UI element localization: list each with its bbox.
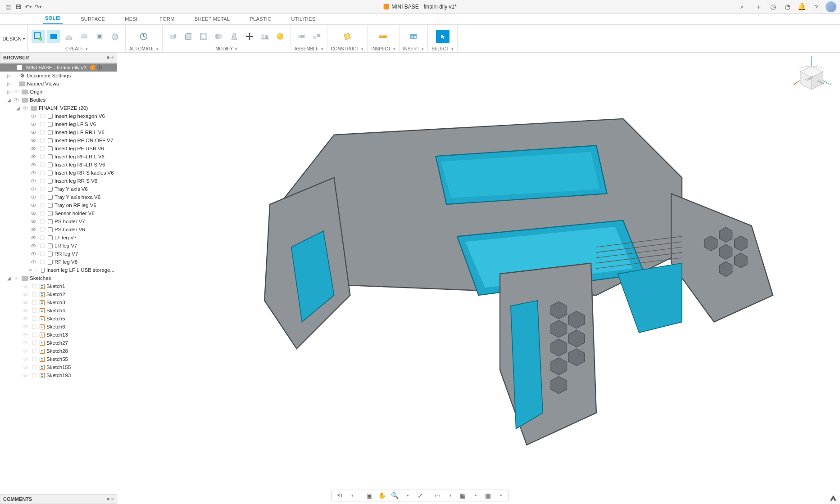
measure-icon[interactable]: [377, 30, 390, 43]
fillet-icon[interactable]: [182, 30, 195, 43]
tree-body-item[interactable]: Insert leg LF L USB storage...: [0, 266, 117, 274]
new-sketch-icon[interactable]: +: [32, 30, 45, 43]
insert-icon[interactable]: [407, 30, 420, 43]
tree-body-item[interactable]: Insert leg LF-RR L V6: [0, 128, 117, 136]
selectable-icon[interactable]: [31, 283, 37, 289]
tree-root[interactable]: ◢ MINI BASE - finalni dily v1 !: [0, 63, 117, 72]
visibility-icon[interactable]: [22, 315, 28, 322]
notifications-icon[interactable]: 🔔: [797, 2, 807, 12]
orbit-icon[interactable]: ⟲: [336, 491, 344, 500]
visibility-icon[interactable]: [22, 372, 28, 378]
look-at-icon[interactable]: ▣: [366, 491, 374, 500]
shell-icon[interactable]: [197, 30, 210, 43]
new-component-icon[interactable]: [47, 30, 60, 43]
tree-origin[interactable]: ▷Origin: [0, 88, 117, 96]
selectable-icon[interactable]: [39, 153, 45, 160]
undo-icon[interactable]: ↶▾: [23, 2, 32, 11]
selectable-icon[interactable]: [39, 218, 45, 225]
tree-named-views[interactable]: ▷Named Views: [0, 80, 117, 88]
selectable-icon[interactable]: [39, 121, 45, 127]
visibility-icon[interactable]: [30, 170, 36, 176]
tree-bodies-group[interactable]: ◢FINALNI VERZE (20): [0, 104, 117, 112]
selectable-icon[interactable]: [31, 340, 37, 346]
zoom-icon[interactable]: 🔍: [391, 491, 399, 500]
visibility-icon[interactable]: [30, 186, 36, 192]
canvas-3d-viewport[interactable]: [144, 71, 813, 477]
visibility-icon[interactable]: [30, 194, 36, 200]
extrude-icon[interactable]: [62, 30, 76, 43]
selectable-icon[interactable]: [39, 137, 45, 144]
tab-sheet-metal[interactable]: SHEET METAL: [193, 14, 232, 24]
tree-body-item[interactable]: RF leg V8: [0, 258, 117, 266]
visibility-icon[interactable]: [22, 356, 28, 362]
selectable-icon[interactable]: [31, 291, 37, 297]
create-label[interactable]: CREATE: [65, 46, 88, 51]
selectable-icon[interactable]: [39, 234, 45, 241]
tree-body-item[interactable]: Insert leg RF ON-OFF V7: [0, 136, 117, 144]
box-icon[interactable]: [108, 30, 122, 43]
selectable-icon[interactable]: [39, 113, 45, 119]
grid-options-icon[interactable]: [472, 491, 480, 500]
tree-sketch-item[interactable]: Sketch6: [0, 323, 117, 331]
tree-body-item[interactable]: Tray on RF leg V6: [0, 201, 117, 209]
tree-sketch-item[interactable]: Sketch28: [0, 347, 117, 355]
tree-sketch-item[interactable]: Sketch5: [0, 315, 117, 323]
as-built-joint-icon[interactable]: [310, 30, 323, 43]
revolve-icon[interactable]: [77, 30, 91, 43]
tab-surface[interactable]: SURFACE: [79, 14, 107, 24]
construct-plane-icon[interactable]: [341, 30, 354, 43]
visibility-icon[interactable]: [30, 121, 36, 127]
fit-icon[interactable]: ⤢: [416, 491, 424, 500]
zoom-options-icon[interactable]: [404, 491, 412, 500]
tree-body-item[interactable]: PS holder V7: [0, 217, 117, 225]
selectable-icon[interactable]: [31, 299, 37, 306]
visibility-icon[interactable]: [22, 291, 28, 297]
tree-body-item[interactable]: RR leg V7: [0, 250, 117, 258]
tree-sketch-item[interactable]: Sketch3: [0, 298, 117, 306]
grid-icon[interactable]: ▦: [459, 491, 467, 500]
inspect-label[interactable]: INSPECT: [371, 46, 395, 51]
visibility-icon[interactable]: [22, 340, 28, 346]
visibility-icon[interactable]: [13, 275, 19, 281]
save-icon[interactable]: 🖫: [14, 2, 23, 11]
modify-label[interactable]: MODIFY: [215, 46, 237, 51]
tree-sketch-item[interactable]: Sketch55: [0, 355, 117, 363]
tree-body-item[interactable]: Tray Y axis hexa V6: [0, 193, 117, 201]
display-settings-icon[interactable]: ▭: [434, 491, 442, 500]
tree-sketch-item[interactable]: Sketch1: [0, 282, 117, 290]
tree-body-item[interactable]: PS holder V6: [0, 225, 117, 234]
tree-body-item[interactable]: LF leg V7: [0, 234, 117, 242]
visibility-icon[interactable]: [30, 153, 36, 160]
visibility-icon[interactable]: [8, 64, 14, 71]
visibility-icon[interactable]: [30, 202, 36, 208]
selectable-icon[interactable]: [39, 194, 45, 200]
visibility-icon[interactable]: [30, 226, 36, 233]
tab-mesh[interactable]: MESH: [123, 14, 141, 24]
align-icon[interactable]: [258, 30, 272, 43]
selectable-icon[interactable]: [39, 210, 45, 216]
selectable-icon[interactable]: [39, 145, 45, 152]
visibility-icon[interactable]: [22, 364, 28, 370]
select-label[interactable]: SELECT: [431, 46, 454, 51]
visibility-icon[interactable]: [30, 145, 36, 152]
visibility-icon[interactable]: [22, 283, 28, 289]
tree-sketch-item[interactable]: Sketch27: [0, 339, 117, 347]
visibility-icon[interactable]: [30, 137, 36, 144]
construct-label[interactable]: CONSTRUCT: [331, 46, 364, 51]
visibility-icon[interactable]: [30, 234, 36, 241]
appearance-icon[interactable]: [273, 30, 287, 43]
selectable-icon[interactable]: [39, 202, 45, 208]
visibility-icon[interactable]: [28, 267, 32, 273]
tree-sketch-item[interactable]: Sketch193: [0, 371, 117, 379]
selectable-icon[interactable]: [31, 315, 37, 322]
tab-solid[interactable]: SOLID: [43, 14, 63, 24]
tree-body-item[interactable]: Insert leg RF-LR L V6: [0, 153, 117, 161]
press-pull-icon[interactable]: [166, 30, 180, 43]
visibility-icon[interactable]: [30, 178, 36, 184]
tree-body-item[interactable]: Sensor holder V6: [0, 209, 117, 217]
hole-icon[interactable]: [93, 30, 106, 43]
display-options-icon[interactable]: [446, 491, 454, 500]
tree-body-item[interactable]: Insert leg RF-LR S V6: [0, 161, 117, 169]
tab-utilities[interactable]: UTILITIES: [289, 14, 317, 24]
tree-sketch-item[interactable]: Sketch13: [0, 331, 117, 339]
